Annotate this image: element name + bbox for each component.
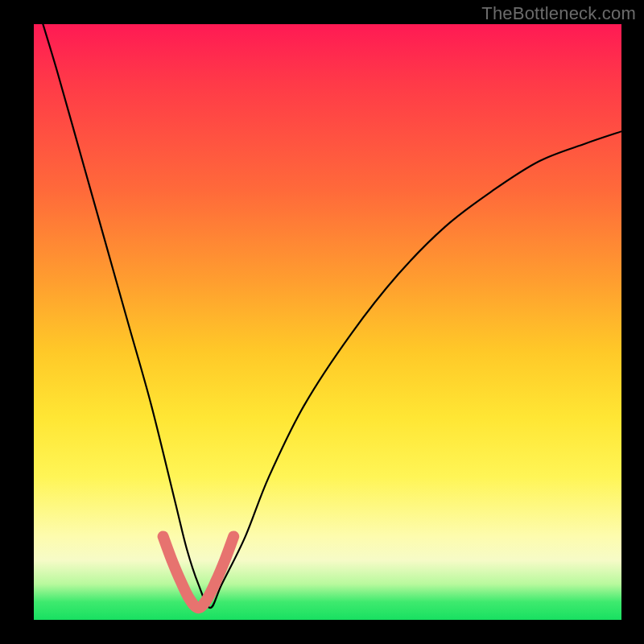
optimal-region-highlight	[163, 536, 234, 608]
plot-svg	[34, 24, 621, 620]
watermark-text: TheBottleneck.com	[481, 3, 636, 24]
outer-frame: TheBottleneck.com	[0, 0, 644, 644]
plot-area	[34, 24, 621, 620]
bottleneck-curve	[34, 24, 621, 608]
